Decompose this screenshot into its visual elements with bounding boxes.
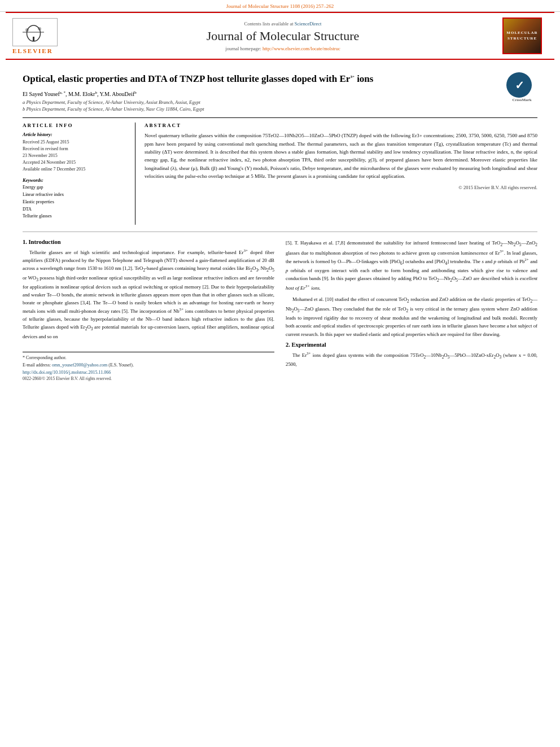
article-info-column: ARTICLE INFO Article history: Received 2… — [23, 123, 135, 225]
affil-b: b Physics Department, Faculty of Science… — [23, 106, 537, 112]
experimental-heading: 2. Experimental — [286, 342, 537, 348]
paper-title: Optical, elastic properties and DTA of T… — [23, 72, 537, 86]
logo-box-title: MOLECULARSTRUCTURE — [506, 30, 537, 41]
keywords-label: Keywords: — [23, 177, 128, 183]
homepage-line: journal homepage: http://www.elsevier.co… — [63, 46, 502, 51]
elsevier-logo: ELSEVIER — [12, 18, 58, 54]
sciencedirect-link[interactable]: ScienceDirect — [295, 21, 322, 27]
abstract-column: ABSTRACT Novel quaternary tellurite glas… — [145, 123, 537, 225]
accepted-date: Accepted 24 November 2015 — [23, 159, 128, 166]
journal-logo-right: MOLECULARSTRUCTURE — [502, 18, 548, 54]
svg-point-4 — [25, 28, 29, 32]
article-history-block: Article history: Received 25 August 2015… — [23, 132, 128, 173]
abstract-label: ABSTRACT — [145, 123, 537, 128]
svg-point-5 — [38, 27, 41, 30]
author3-text: , Y.M. AbouDeif — [97, 91, 134, 97]
journal-reference: Journal of Molecular Structure 1108 (201… — [0, 0, 560, 12]
copyright-line: © 2015 Elsevier B.V. All rights reserved… — [145, 185, 537, 190]
homepage-link[interactable]: http://www.elsevier.com/locate/molstruc — [262, 46, 340, 51]
keyword-2: Linear refractive index — [23, 191, 128, 199]
section-divider — [23, 231, 537, 232]
email-link[interactable]: omn_yousef2000@yahoo.com — [52, 362, 108, 368]
revised-date: 23 November 2015 — [23, 152, 128, 159]
molecular-structure-logo: MOLECULARSTRUCTURE — [502, 18, 542, 54]
crossmark-icon: ✓ — [506, 72, 532, 98]
author1-sup: a, * — [60, 90, 65, 95]
keywords-block: Keywords: Energy gap Linear refractive i… — [23, 177, 128, 220]
journal-center: Contents lists available at ScienceDirec… — [63, 21, 502, 51]
footnote-email-line: E-mail address: omn_yousef2000@yahoo.com… — [23, 362, 274, 369]
experimental-para1: The Er3+ ions doped glass systems with t… — [286, 351, 537, 368]
received-date: Received 25 August 2015 — [23, 139, 128, 146]
footnote-star: * Corresponding author. — [23, 355, 67, 360]
journal-header: ELSEVIER Contents lists available at Sci… — [6, 12, 554, 60]
paper-title-text: Optical, elastic properties and DTA of T… — [23, 73, 350, 84]
keyword-5: Tellurite glasses — [23, 213, 128, 220]
crossmark-badge: ✓ CrossMark — [506, 72, 537, 103]
crossmark-svg: ✓ — [508, 74, 531, 97]
elsevier-text: ELSEVIER — [12, 47, 58, 54]
right-para1: [5]. T. Hayakawa et al. [7,8] demonstrat… — [286, 239, 537, 292]
sciencedirect-line: Contents lists available at ScienceDirec… — [63, 21, 502, 27]
author2-text: , M.M. Elokr — [65, 91, 95, 97]
keyword-3: Elastic properties — [23, 199, 128, 206]
body-right-col: [5]. T. Hayakawa et al. [7,8] demonstrat… — [286, 239, 537, 381]
authors-line: El Sayed Yousefa, *, M.M. Elokrb, Y.M. A… — [23, 90, 537, 97]
svg-text:✓: ✓ — [514, 79, 524, 91]
elsevier-tree-icon — [17, 21, 54, 42]
intro-heading: 1. Introduction — [23, 239, 274, 245]
journal-title: Journal of Molecular Structure — [63, 29, 502, 43]
article-info-abstract-section: ARTICLE INFO Article history: Received 2… — [23, 117, 537, 225]
abstract-text: Novel quaternary tellurite glasses withi… — [145, 132, 537, 180]
keyword-4: DTA — [23, 206, 128, 213]
er-superscript: 3+ — [350, 75, 355, 79]
right-para2: Mohamed et al. [10] studied the effect o… — [286, 295, 537, 338]
revised-label: Received in revised form — [23, 146, 128, 152]
email-label: E-mail address: — [23, 362, 51, 368]
bottom-rights: 0022-2860/© 2015 Elsevier B.V. All right… — [23, 376, 274, 381]
available-date: Available online 7 December 2015 — [23, 166, 128, 173]
history-label: Article history: — [23, 132, 128, 137]
author3-sup: b — [134, 90, 137, 95]
footnote-star-line: * Corresponding author. — [23, 355, 274, 362]
affiliations: a Physics Department, Faculty of Science… — [23, 99, 537, 112]
footnote-area: * Corresponding author. E-mail address: … — [23, 352, 274, 382]
intro-para1: Tellurite glasses are of high scientific… — [23, 248, 274, 340]
elsevier-logo-inner — [12, 18, 58, 46]
author1-name: El Sayed Yousef — [23, 91, 60, 97]
svg-rect-1 — [33, 37, 34, 41]
body-content: 1. Introduction Tellurite glasses are of… — [23, 239, 537, 381]
paper-title-suffix: ions — [355, 73, 374, 84]
email-address: omn_yousef2000@yahoo.com — [52, 362, 107, 368]
svg-rect-0 — [17, 21, 54, 42]
body-left-col: 1. Introduction Tellurite glasses are of… — [23, 239, 274, 381]
affil-a: a Physics Department, Faculty of Science… — [23, 99, 537, 105]
footnote-name: (E.S. Yousef). — [108, 362, 134, 368]
main-content: Optical, elastic properties and DTA of T… — [0, 60, 560, 387]
keyword-1: Energy gap — [23, 184, 128, 191]
crossmark-label: CrossMark — [506, 98, 537, 103]
article-info-label: ARTICLE INFO — [23, 123, 128, 128]
doi-link[interactable]: http://dx.doi.org/10.1016/j.molstruc.201… — [23, 370, 274, 375]
